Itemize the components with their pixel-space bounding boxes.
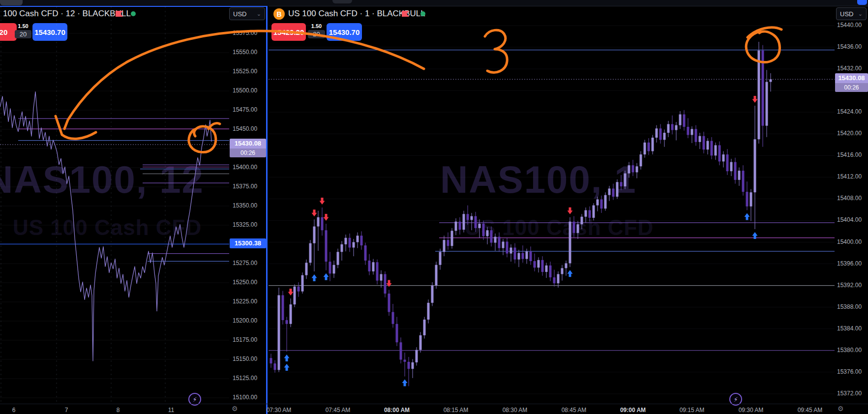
candle-body[interactable] xyxy=(593,206,595,218)
candle-body[interactable] xyxy=(423,320,426,335)
candle-body[interactable] xyxy=(746,192,748,207)
time-tick-label[interactable]: 09:45 AM xyxy=(798,407,823,414)
candle-body[interactable] xyxy=(482,224,485,236)
time-tick-label[interactable]: 09:15 AM xyxy=(680,407,705,414)
candle-body[interactable] xyxy=(770,79,772,82)
candle-body[interactable] xyxy=(286,320,288,324)
candle-body[interactable] xyxy=(333,265,335,274)
candle-body[interactable] xyxy=(325,230,328,262)
candle-body[interactable] xyxy=(742,171,745,192)
candle-body[interactable] xyxy=(486,230,489,236)
candle-body[interactable] xyxy=(726,154,729,171)
time-tick-label[interactable]: 8 xyxy=(117,407,120,414)
time-tick-label[interactable]: 7 xyxy=(65,407,68,414)
candle-body[interactable] xyxy=(392,312,394,324)
candle-body[interactable] xyxy=(380,274,383,280)
candle-body[interactable] xyxy=(384,274,387,294)
candle-body[interactable] xyxy=(534,261,536,267)
candle-body[interactable] xyxy=(479,224,481,228)
candle-body[interactable] xyxy=(490,230,493,242)
candle-body[interactable] xyxy=(695,129,697,142)
candle-body[interactable] xyxy=(443,240,446,252)
candle-body[interactable] xyxy=(715,145,717,155)
candle-body[interactable] xyxy=(659,128,662,140)
candle-body[interactable] xyxy=(278,295,280,370)
candle-body[interactable] xyxy=(372,262,375,271)
candle-body[interactable] xyxy=(683,115,686,127)
candle-body[interactable] xyxy=(467,214,469,220)
candle-body[interactable] xyxy=(624,174,627,186)
candle-body[interactable] xyxy=(360,236,363,245)
candle-body[interactable] xyxy=(530,251,532,261)
candle-body[interactable] xyxy=(494,237,497,242)
candle-body[interactable] xyxy=(321,217,324,230)
candle-body[interactable] xyxy=(553,277,556,283)
candle-body[interactable] xyxy=(455,222,457,231)
candle-body[interactable] xyxy=(565,263,568,268)
candle-body[interactable] xyxy=(707,141,709,150)
candle-body[interactable] xyxy=(632,165,634,172)
candle-body[interactable] xyxy=(294,287,296,304)
candle-body[interactable] xyxy=(569,222,571,264)
candle-body[interactable] xyxy=(766,82,768,126)
candle-body[interactable] xyxy=(644,143,646,154)
left-chart-plot[interactable] xyxy=(0,6,230,404)
candle-body[interactable] xyxy=(616,182,619,197)
candle-body[interactable] xyxy=(652,138,654,151)
candle-body[interactable] xyxy=(435,265,438,286)
price-series-line[interactable] xyxy=(0,92,211,361)
right-price-axis[interactable]: 15440.0015436.0015432.0015428.0015424.00… xyxy=(835,6,868,404)
time-tick-label[interactable]: 08:45 AM xyxy=(562,407,587,414)
candle-body[interactable] xyxy=(758,51,760,140)
candle-body[interactable] xyxy=(722,154,725,161)
candle-body[interactable] xyxy=(408,362,410,369)
candle-body[interactable] xyxy=(270,358,272,363)
candle-body[interactable] xyxy=(667,124,670,133)
candle-body[interactable] xyxy=(502,241,505,248)
candle-body[interactable] xyxy=(404,359,406,361)
candle-body[interactable] xyxy=(463,214,465,230)
candle-body[interactable] xyxy=(703,136,705,150)
panel-divider[interactable] xyxy=(266,6,268,414)
candle-body[interactable] xyxy=(718,145,721,161)
time-tick-label[interactable]: 09:00 AM xyxy=(620,407,646,414)
time-tick-label[interactable]: 08:15 AM xyxy=(444,407,469,414)
chart-canvas[interactable] xyxy=(0,6,230,404)
candle-body[interactable] xyxy=(734,162,737,180)
candle-body[interactable] xyxy=(451,231,453,246)
candle-body[interactable] xyxy=(561,268,564,274)
candle-body[interactable] xyxy=(663,133,666,140)
candle-body[interactable] xyxy=(526,251,528,259)
candle-body[interactable] xyxy=(396,324,398,342)
candle-body[interactable] xyxy=(518,253,520,260)
candles-group[interactable] xyxy=(270,42,772,386)
candle-body[interactable] xyxy=(750,192,752,207)
left-price-axis[interactable]: 15575.0015550.0015525.0015500.0015475.00… xyxy=(230,6,266,404)
candle-body[interactable] xyxy=(675,125,678,130)
candle-body[interactable] xyxy=(656,128,658,138)
candle-body[interactable] xyxy=(628,165,630,174)
candle-body[interactable] xyxy=(309,243,312,263)
candle-body[interactable] xyxy=(762,51,764,126)
candle-body[interactable] xyxy=(290,304,292,324)
candle-body[interactable] xyxy=(349,238,351,248)
candle-body[interactable] xyxy=(730,162,733,172)
candle-body[interactable] xyxy=(604,195,607,209)
candle-body[interactable] xyxy=(329,262,331,273)
chart-canvas[interactable] xyxy=(269,6,835,404)
candle-body[interactable] xyxy=(376,262,379,280)
candle-body[interactable] xyxy=(427,303,430,320)
candle-body[interactable] xyxy=(711,141,713,156)
candle-body[interactable] xyxy=(679,115,682,125)
candle-body[interactable] xyxy=(636,166,638,172)
time-tick-label[interactable]: 08:30 AM xyxy=(503,407,528,414)
candle-body[interactable] xyxy=(597,200,599,206)
candle-body[interactable] xyxy=(612,188,615,197)
candle-body[interactable] xyxy=(317,217,320,227)
candle-body[interactable] xyxy=(341,244,343,252)
time-tick-label[interactable]: 09:30 AM xyxy=(739,407,764,414)
candle-body[interactable] xyxy=(388,294,390,312)
right-chart-plot[interactable] xyxy=(269,6,835,404)
candle-body[interactable] xyxy=(345,238,347,244)
candle-body[interactable] xyxy=(514,248,516,260)
